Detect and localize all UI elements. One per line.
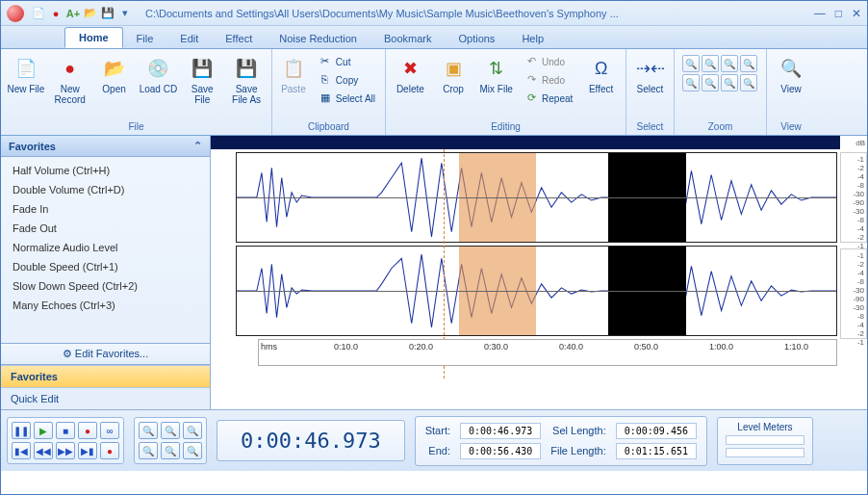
record-button[interactable]: ● — [78, 422, 97, 439]
zoomp-sel-icon[interactable]: 🔍 — [183, 422, 202, 439]
zoom-sel-icon[interactable]: 🔍 — [721, 55, 738, 72]
end-value[interactable]: 0:00:56.430 — [460, 443, 541, 459]
cut-button[interactable]: ✂Cut — [315, 53, 379, 70]
sidebar-tab-quickedit[interactable]: Quick Edit — [1, 387, 210, 409]
meter-left — [726, 435, 804, 445]
paste-icon: 📋 — [280, 55, 307, 82]
delete-icon: ✖ — [396, 55, 423, 82]
fav-item[interactable]: Normalize Audio Level — [1, 238, 210, 257]
zoomp-in-icon[interactable]: 🔍 — [139, 422, 158, 439]
db-scale: dB -1-2-4-8-30-90-30-8-4-2-1 -1-2-4-8-30… — [840, 136, 867, 409]
tab-help[interactable]: Help — [508, 29, 557, 48]
minimize-button[interactable]: — — [814, 7, 826, 20]
close-button[interactable]: ✕ — [852, 7, 861, 20]
ribbon-tabs: Home File Edit Effect Noise Reduction Bo… — [1, 26, 867, 49]
time-ruler[interactable]: hms 0:10.0 0:20.0 0:30.0 0:40.0 0:50.0 1… — [258, 339, 837, 366]
forward-button[interactable]: ▶▶ — [56, 442, 75, 459]
tab-effect[interactable]: Effect — [212, 29, 266, 48]
sel-value[interactable]: 0:00:09.456 — [616, 423, 697, 439]
repeat-icon: ⟳ — [524, 91, 538, 105]
tab-edit[interactable]: Edit — [166, 29, 212, 48]
zoom-out-icon[interactable]: 🔍 — [702, 55, 719, 72]
app-logo[interactable] — [7, 5, 24, 22]
zoom-buttons: 🔍 🔍 🔍 🔍 🔍 🔍 🔍 🔍 — [678, 51, 762, 95]
fav-item[interactable]: Double Speed (Ctrl+1) — [1, 257, 210, 276]
go-end-button[interactable]: ▶▮ — [78, 442, 97, 459]
zoomp-fit-icon[interactable]: 🔍 — [139, 442, 158, 459]
zoom-v-in-icon[interactable]: 🔍 — [721, 74, 738, 91]
select-all-button[interactable]: ▦Select All — [315, 90, 379, 107]
fav-item[interactable]: Fade Out — [1, 219, 210, 238]
play-button[interactable]: ▶ — [34, 422, 53, 439]
stop-button[interactable]: ■ — [56, 422, 75, 439]
edit-favorites-button[interactable]: ⚙ Edit Favorites... — [1, 343, 210, 365]
zoomp-out-icon[interactable]: 🔍 — [161, 422, 180, 439]
open-button[interactable]: 📂Open — [93, 51, 136, 98]
tab-bookmark[interactable]: Bookmark — [370, 29, 446, 48]
view-icon: 🔍 — [778, 55, 804, 82]
zoom-left-icon[interactable]: 🔍 — [682, 74, 700, 91]
tab-options[interactable]: Options — [445, 29, 508, 48]
new-file-button[interactable]: 📄New File — [5, 51, 47, 98]
delete-button[interactable]: ✖Delete — [390, 51, 431, 98]
fav-item[interactable]: Half Volume (Ctrl+H) — [1, 161, 210, 180]
paste-button[interactable]: 📋Paste — [276, 51, 311, 98]
zoom-fit-icon[interactable]: 🔍 — [740, 55, 757, 72]
mix-button[interactable]: ⇅Mix File — [475, 51, 517, 98]
view-button[interactable]: 🔍View — [771, 51, 811, 98]
crop-button[interactable]: ▣Crop — [433, 51, 474, 98]
rewind-button[interactable]: ◀◀ — [34, 442, 53, 459]
qat-save-icon[interactable]: 💾 — [101, 7, 115, 20]
repeat-button[interactable]: ⟳Repeat — [521, 90, 576, 107]
new-record-button[interactable]: ●New Record — [49, 51, 91, 109]
redo-button[interactable]: ↷Redo — [521, 71, 576, 89]
qat-add-icon[interactable]: A+ — [66, 7, 80, 20]
fav-item[interactable]: Slow Down Speed (Ctrl+2) — [1, 276, 210, 296]
waveform-track-right[interactable] — [236, 246, 837, 336]
overview-bar[interactable] — [211, 136, 840, 149]
save-as-icon: 💾 — [233, 55, 260, 82]
qat-dropdown-icon[interactable]: ▾ — [118, 7, 132, 20]
loop-button[interactable]: ∞ — [100, 422, 119, 439]
record-alt-button[interactable]: ● — [100, 442, 119, 459]
qat-open-icon[interactable]: 📂 — [84, 7, 97, 20]
go-start-button[interactable]: ▮◀ — [12, 442, 31, 459]
tab-home[interactable]: Home — [64, 27, 123, 48]
time-display: 0:00:46.973 — [217, 420, 405, 461]
zoomp-v-icon[interactable]: 🔍 — [161, 442, 180, 459]
fav-item[interactable]: Fade In — [1, 199, 210, 219]
select-icon: ⇢⇠ — [637, 55, 664, 82]
pause-button[interactable]: ❚❚ — [12, 422, 31, 439]
load-cd-button[interactable]: 💿Load CD — [137, 51, 179, 98]
zoomp-full-icon[interactable]: 🔍 — [183, 442, 202, 459]
select-button[interactable]: ⇢⇠Select — [630, 51, 670, 98]
copy-icon: ⎘ — [319, 73, 332, 87]
effect-button[interactable]: ΩEffect — [580, 51, 622, 98]
group-select-label: Select — [630, 120, 670, 133]
file-label: File Length: — [550, 445, 605, 456]
select-all-icon: ▦ — [319, 91, 332, 105]
zoom-right-icon[interactable]: 🔍 — [702, 74, 719, 91]
copy-button[interactable]: ⎘Copy — [315, 71, 379, 89]
save-as-button[interactable]: 💾Save File As — [225, 51, 268, 109]
tab-noise[interactable]: Noise Reduction — [266, 29, 370, 48]
sel-label: Sel Length: — [550, 425, 605, 436]
tab-file[interactable]: File — [123, 29, 167, 48]
undo-button[interactable]: ↶Undo — [521, 53, 576, 70]
zoom-in-icon[interactable]: 🔍 — [682, 55, 700, 72]
qat-record-icon[interactable]: ● — [49, 7, 63, 20]
qat-new-icon[interactable]: 📄 — [32, 7, 45, 20]
waveform-track-left[interactable] — [236, 152, 837, 243]
mix-icon: ⇅ — [483, 55, 510, 82]
save-file-button[interactable]: 💾Save File — [181, 51, 223, 109]
sidebar-tab-favorites[interactable]: Favorites — [1, 365, 210, 387]
fav-item[interactable]: Many Echoes (Ctrl+3) — [1, 296, 210, 315]
waveform-pane[interactable]: hms 0:10.0 0:20.0 0:30.0 0:40.0 0:50.0 1… — [211, 136, 840, 409]
group-zoom-label: Zoom — [678, 120, 762, 133]
maximize-button[interactable]: □ — [835, 7, 842, 20]
zoom-v-out-icon[interactable]: 🔍 — [740, 74, 757, 91]
collapse-icon[interactable]: ⌃ — [193, 140, 202, 152]
group-view-label: View — [771, 120, 811, 133]
fav-item[interactable]: Double Volume (Ctrl+D) — [1, 180, 210, 199]
start-value[interactable]: 0:00:46.973 — [460, 423, 541, 439]
